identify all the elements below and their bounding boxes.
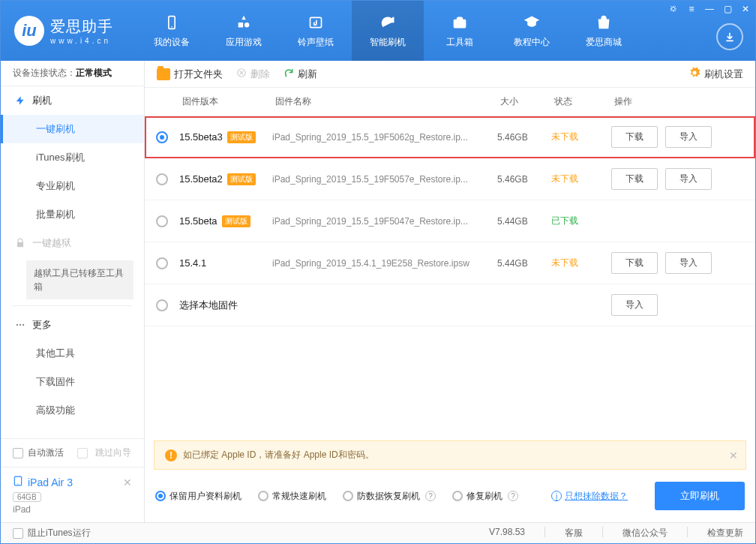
download-button[interactable]: 下载 — [611, 168, 658, 190]
sidebar-item-oneclick-flash[interactable]: 一键刷机 — [1, 115, 144, 143]
app-version: V7.98.53 — [489, 527, 525, 539]
store-icon — [593, 14, 614, 32]
refresh-icon — [284, 68, 294, 80]
logo: iu 爱思助手 www.i4.cn — [14, 16, 113, 46]
auto-activate-checkbox[interactable] — [13, 448, 23, 458]
titlebar-close-icon[interactable]: ✕ — [740, 4, 751, 14]
warning-icon: ! — [165, 449, 177, 461]
info-icon: i — [551, 491, 562, 501]
download-button[interactable]: 下载 — [611, 126, 658, 148]
erase-only-link[interactable]: i 只想抹除数据？ — [551, 490, 628, 503]
radio-icon — [452, 491, 463, 501]
firmware-version: 15.5beta2测试版 — [179, 173, 272, 185]
firmware-ops: 下载导入 — [611, 168, 755, 190]
titlebar-minimize-icon[interactable]: — — [704, 4, 715, 14]
nav-tab-device[interactable]: 我的设备 — [136, 1, 208, 61]
firmware-ops: 导入 — [611, 294, 755, 316]
open-folder-button[interactable]: 打开文件夹 — [157, 68, 223, 81]
nav-tab-media[interactable]: 铃声壁纸 — [280, 1, 352, 61]
flash-settings-button[interactable]: 刷机设置 — [688, 67, 743, 81]
firmware-ops: 下载导入 — [611, 252, 755, 274]
firmware-status: 未下载 — [551, 173, 611, 185]
block-itunes-checkbox[interactable] — [13, 528, 23, 539]
firmware-row[interactable]: 选择本地固件 导入 — [145, 284, 755, 326]
firmware-filename: iPad_Spring_2019_15.4.1_19E258_Restore.i… — [272, 258, 497, 269]
help-icon[interactable]: ? — [425, 491, 436, 501]
firmware-status: 已下载 — [551, 215, 611, 227]
sidebar-item-pro-flash[interactable]: 专业刷机 — [1, 172, 144, 200]
import-button[interactable]: 导入 — [665, 252, 712, 274]
app-name: 爱思助手 — [50, 17, 113, 37]
firmware-size: 5.46GB — [497, 132, 551, 143]
nav-tab-toolbox[interactable]: 工具箱 — [424, 1, 496, 61]
col-size: 大小 — [497, 95, 551, 108]
firmware-row[interactable]: 15.5beta2测试版 iPad_Spring_2019_15.5_19F50… — [145, 158, 755, 200]
sidebar-item-advanced[interactable]: 高级功能 — [1, 396, 144, 425]
start-flash-button[interactable]: 立即刷机 — [655, 482, 745, 510]
nav-tab-apps[interactable]: 应用游戏 — [208, 1, 280, 61]
more-icon — [14, 319, 26, 331]
row-radio[interactable] — [156, 215, 168, 227]
import-button[interactable]: 导入 — [665, 168, 712, 190]
sidebar-group-jailbreak: 一键越狱 — [1, 229, 144, 257]
sidebar-item-other-tools[interactable]: 其他工具 — [1, 339, 144, 368]
firmware-row[interactable]: 15.5beta3测试版 iPad_Spring_2019_15.5_19F50… — [145, 116, 755, 158]
download-button[interactable]: 下载 — [611, 252, 658, 274]
connected-device[interactable]: iPad Air 3 ✕ 64GB iPad — [1, 467, 144, 522]
firmware-version: 15.5beta测试版 — [179, 215, 272, 227]
device-type: iPad — [13, 504, 132, 515]
beta-badge: 测试版 — [222, 215, 250, 227]
flash-icon — [377, 14, 398, 32]
refresh-button[interactable]: 刷新 — [284, 68, 317, 81]
radio-icon — [343, 491, 353, 501]
titlebar-maximize-icon[interactable]: ▢ — [722, 4, 733, 14]
titlebar-list-icon[interactable]: ≡ — [686, 4, 697, 14]
status-bar: 阻止iTunes运行 V7.98.53 客服 微信公众号 检查更新 — [1, 522, 755, 543]
help-icon[interactable]: ? — [508, 491, 518, 501]
col-ops: 操作 — [611, 95, 755, 108]
firmware-row[interactable]: 15.4.1 iPad_Spring_2019_15.4.1_19E258_Re… — [145, 242, 755, 284]
device-close-icon[interactable]: ✕ — [123, 476, 132, 488]
svg-point-1 — [171, 26, 172, 28]
svg-point-5 — [20, 324, 21, 326]
status-link-support[interactable]: 客服 — [565, 527, 583, 539]
app-site: www.i4.cn — [50, 37, 113, 45]
lock-icon — [14, 237, 26, 249]
sidebar-item-batch-flash[interactable]: 批量刷机 — [1, 200, 144, 229]
titlebar-menu-icon[interactable]: ⛭ — [668, 4, 679, 14]
nav-tab-flash[interactable]: 智能刷机 — [352, 1, 424, 61]
skip-guide-label: 跳过向导 — [95, 446, 131, 459]
auto-activate-label: 自动激活 — [28, 446, 64, 459]
opt-keep-data[interactable]: 保留用户资料刷机 — [155, 490, 242, 503]
row-radio[interactable] — [156, 299, 168, 311]
status-link-wechat[interactable]: 微信公众号 — [622, 527, 668, 539]
row-radio[interactable] — [156, 257, 168, 269]
firmware-filename: iPad_Spring_2019_15.5_19F5062g_Restore.i… — [272, 132, 497, 143]
row-radio[interactable] — [156, 173, 168, 185]
toolbar: 打开文件夹 删除 刷新 刷机设置 — [145, 61, 755, 88]
opt-repair-flash[interactable]: 修复刷机 ? — [452, 490, 518, 503]
nav-tab-store[interactable]: 爱思商城 — [568, 1, 640, 61]
warning-close-icon[interactable]: ✕ — [729, 449, 738, 461]
firmware-row[interactable]: 15.5beta测试版 iPad_Spring_2019_15.5_19F504… — [145, 200, 755, 242]
sidebar-group-flash[interactable]: 刷机 — [1, 86, 144, 115]
skip-guide-checkbox[interactable] — [77, 448, 88, 458]
beta-badge: 测试版 — [227, 131, 256, 143]
import-button[interactable]: 导入 — [611, 294, 658, 316]
nav-tab-tutorial[interactable]: 教程中心 — [496, 1, 568, 61]
apps-icon — [233, 14, 254, 32]
status-link-update[interactable]: 检查更新 — [707, 527, 743, 539]
import-button[interactable]: 导入 — [665, 126, 712, 148]
beta-badge: 测试版 — [227, 173, 256, 185]
firmware-filename: iPad_Spring_2019_15.5_19F5047e_Restore.i… — [272, 216, 497, 227]
sidebar-item-download-firmware[interactable]: 下载固件 — [1, 368, 144, 396]
firmware-version: 选择本地固件 — [179, 299, 272, 312]
toolbox-icon — [449, 14, 470, 32]
row-radio[interactable] — [156, 131, 168, 143]
sidebar-item-itunes-flash[interactable]: iTunes刷机 — [1, 143, 144, 172]
col-name: 固件名称 — [272, 95, 497, 108]
opt-fast-flash[interactable]: 常规快速刷机 — [258, 490, 326, 503]
download-manager-icon[interactable] — [716, 23, 743, 50]
sidebar-group-more[interactable]: 更多 — [1, 311, 144, 339]
opt-anti-recovery[interactable]: 防数据恢复刷机 ? — [343, 490, 436, 503]
